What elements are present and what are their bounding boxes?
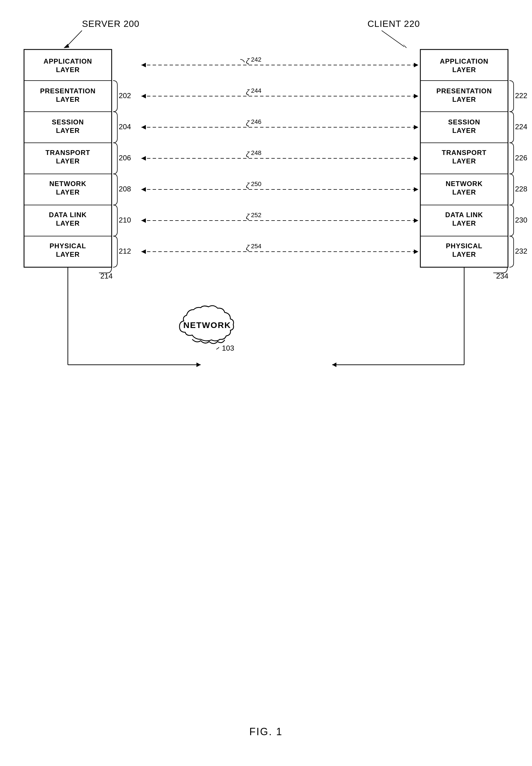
svg-marker-74 bbox=[414, 125, 418, 130]
svg-text:LAYER: LAYER bbox=[56, 157, 80, 165]
svg-text:DATA LINK: DATA LINK bbox=[445, 211, 483, 219]
figure-caption: FIG. 1 bbox=[249, 726, 283, 737]
svg-text:PRESENTATION: PRESENTATION bbox=[436, 87, 492, 95]
svg-text:210: 210 bbox=[119, 216, 131, 224]
svg-text:ζ: ζ bbox=[246, 119, 250, 128]
svg-marker-93 bbox=[141, 249, 146, 254]
svg-text:250: 250 bbox=[251, 180, 261, 187]
svg-text:230: 230 bbox=[515, 216, 527, 224]
svg-text:LAYER: LAYER bbox=[452, 188, 476, 196]
svg-text:LAYER: LAYER bbox=[452, 157, 476, 165]
svg-text:ζ: ζ bbox=[246, 181, 250, 190]
svg-text:244: 244 bbox=[251, 87, 261, 94]
svg-marker-83 bbox=[141, 187, 146, 192]
svg-text:SESSION: SESSION bbox=[448, 118, 480, 126]
svg-text:246: 246 bbox=[251, 118, 261, 125]
svg-marker-84 bbox=[414, 187, 418, 192]
svg-text:SERVER 200: SERVER 200 bbox=[82, 19, 139, 29]
svg-text:204: 204 bbox=[119, 122, 131, 131]
svg-marker-68 bbox=[141, 94, 146, 98]
svg-text:226: 226 bbox=[515, 154, 527, 162]
svg-text:224: 224 bbox=[515, 122, 527, 131]
svg-text:202: 202 bbox=[119, 91, 131, 100]
svg-text:228: 228 bbox=[515, 185, 527, 193]
svg-text:LAYER: LAYER bbox=[56, 66, 80, 74]
svg-text:212: 212 bbox=[119, 247, 131, 255]
svg-marker-69 bbox=[414, 94, 418, 98]
svg-text:222: 222 bbox=[515, 91, 527, 100]
svg-text:PHYSICAL: PHYSICAL bbox=[49, 242, 86, 250]
svg-text:242: 242 bbox=[251, 56, 261, 63]
svg-text:TRANSPORT: TRANSPORT bbox=[442, 149, 486, 156]
svg-text:APPLICATION: APPLICATION bbox=[440, 57, 488, 65]
svg-text:LAYER: LAYER bbox=[56, 188, 80, 196]
svg-text:LAYER: LAYER bbox=[452, 251, 476, 258]
svg-marker-88 bbox=[141, 218, 146, 223]
svg-text:ζ: ζ bbox=[246, 150, 250, 159]
svg-text:LAYER: LAYER bbox=[56, 127, 80, 134]
svg-marker-94 bbox=[414, 249, 418, 254]
svg-text:PRESENTATION: PRESENTATION bbox=[40, 87, 96, 95]
svg-text:PHYSICAL: PHYSICAL bbox=[446, 242, 482, 250]
svg-text:103: 103 bbox=[222, 344, 234, 352]
svg-marker-73 bbox=[141, 125, 146, 130]
svg-text:206: 206 bbox=[119, 154, 131, 162]
svg-marker-79 bbox=[414, 156, 418, 161]
svg-text:TRANSPORT: TRANSPORT bbox=[46, 149, 90, 156]
svg-text:ζ: ζ bbox=[246, 57, 250, 65]
svg-text:NETWORK: NETWORK bbox=[49, 180, 86, 187]
svg-text:LAYER: LAYER bbox=[56, 251, 80, 258]
svg-text:APPLICATION: APPLICATION bbox=[44, 57, 92, 65]
svg-marker-89 bbox=[414, 218, 418, 223]
svg-text:ζ: ζ bbox=[246, 212, 250, 221]
svg-text:LAYER: LAYER bbox=[452, 219, 476, 227]
svg-text:LAYER: LAYER bbox=[452, 127, 476, 134]
svg-text:ζ: ζ bbox=[246, 243, 250, 252]
svg-marker-78 bbox=[141, 156, 146, 161]
svg-text:LAYER: LAYER bbox=[56, 96, 80, 103]
svg-text:LAYER: LAYER bbox=[56, 219, 80, 227]
svg-text:232: 232 bbox=[515, 247, 527, 255]
svg-line-4 bbox=[382, 31, 404, 47]
svg-text:ζ: ζ bbox=[246, 88, 250, 96]
svg-text:LAYER: LAYER bbox=[452, 96, 476, 103]
svg-text:SESSION: SESSION bbox=[52, 118, 84, 126]
svg-text:208: 208 bbox=[119, 185, 131, 193]
svg-line-1 bbox=[66, 31, 82, 47]
svg-marker-63 bbox=[141, 63, 146, 67]
svg-text:DATA LINK: DATA LINK bbox=[49, 211, 87, 219]
svg-text:252: 252 bbox=[251, 212, 261, 219]
svg-marker-102 bbox=[332, 362, 336, 367]
svg-text:CLIENT 220: CLIENT 220 bbox=[367, 19, 420, 29]
svg-text:254: 254 bbox=[251, 243, 261, 250]
svg-marker-64 bbox=[414, 63, 418, 67]
svg-text:248: 248 bbox=[251, 149, 261, 156]
svg-text:LAYER: LAYER bbox=[452, 66, 476, 74]
svg-marker-99 bbox=[196, 362, 201, 367]
svg-text:NETWORK: NETWORK bbox=[183, 320, 231, 330]
svg-text:NETWORK: NETWORK bbox=[446, 180, 483, 187]
